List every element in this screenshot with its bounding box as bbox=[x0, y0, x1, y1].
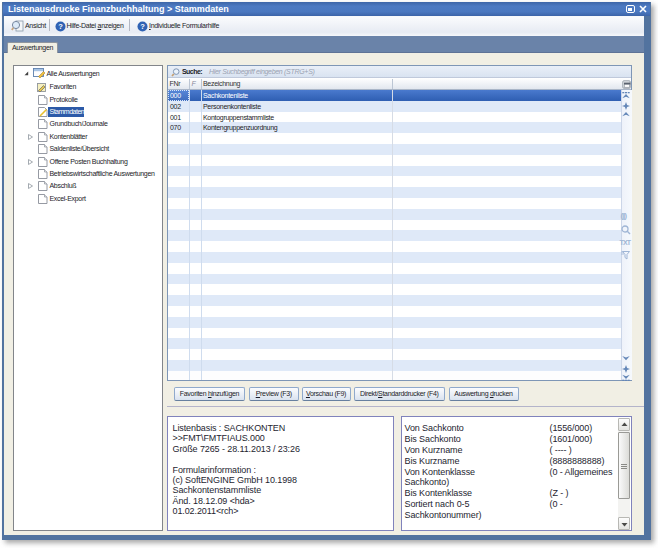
svg-text:?: ? bbox=[58, 22, 63, 31]
svg-text:?: ? bbox=[140, 22, 145, 31]
